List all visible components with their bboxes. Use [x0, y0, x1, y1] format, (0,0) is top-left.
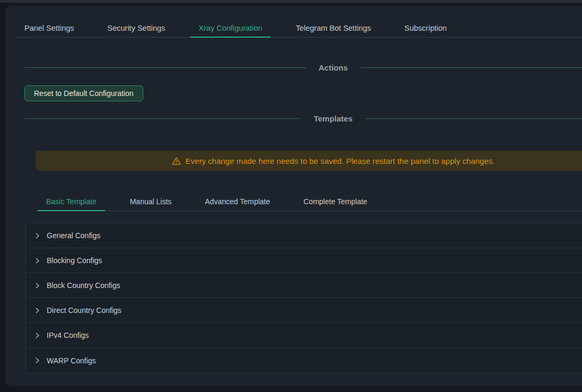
tab-basic-template[interactable]: Basic Template: [38, 186, 105, 211]
tab-manual-lists[interactable]: Manual Lists: [121, 186, 180, 211]
actions-divider-label: Actions: [319, 63, 348, 72]
tab-telegram-bot-settings[interactable]: Telegram Bot Settings: [287, 12, 379, 37]
collapse-item-label: Direct Country Configs: [47, 306, 121, 315]
collapse-item-label: Blocking Configs: [47, 256, 102, 265]
divider-line: [24, 67, 306, 68]
tab-xray-configuration[interactable]: Xray Configuration: [190, 12, 271, 37]
chevron-right-icon: [34, 233, 40, 239]
divider-line: [361, 67, 582, 68]
chevron-right-icon: [34, 358, 40, 363]
warning-text: Every change made here needs to be saved…: [186, 156, 495, 165]
templates-divider: Templates: [24, 112, 582, 124]
collapse-item-block-country-configs[interactable]: Block Country Configs: [26, 273, 582, 298]
warning-icon: [172, 157, 181, 165]
collapse-item-general-configs[interactable]: General Configs: [26, 223, 582, 248]
settings-card: Panel Settings Security Settings Xray Co…: [5, 6, 582, 386]
tab-panel-settings[interactable]: Panel Settings: [16, 12, 83, 37]
tab-complete-template[interactable]: Complete Template: [295, 186, 376, 211]
chevron-right-icon: [34, 258, 40, 264]
collapse-item-direct-country-configs[interactable]: Direct Country Configs: [26, 298, 582, 323]
top-navbar-edge: [0, 0, 582, 3]
divider-line: [366, 118, 582, 119]
collapse-item-label: IPv4 Configs: [47, 331, 89, 339]
collapse-item-label: WARP Configs: [47, 356, 96, 365]
warning-alert: Every change made here needs to be saved…: [36, 151, 582, 171]
tab-subscription[interactable]: Subscription: [396, 12, 455, 37]
reset-to-default-button[interactable]: Reset to Default Configuration: [24, 85, 143, 101]
chevron-right-icon: [34, 333, 40, 338]
actions-divider: Actions: [24, 62, 582, 73]
collapse-item-label: Block Country Configs: [47, 281, 120, 290]
main-tabs: Panel Settings Security Settings Xray Co…: [16, 13, 582, 38]
collapse-item-ipv4-configs[interactable]: IPv4 Configs: [26, 323, 582, 348]
divider-line: [24, 118, 301, 119]
tab-security-settings[interactable]: Security Settings: [99, 12, 174, 37]
config-collapse: General Configs Blocking Configs Block C…: [25, 223, 582, 373]
collapse-item-blocking-configs[interactable]: Blocking Configs: [26, 248, 582, 273]
collapse-item-warp-configs[interactable]: WARP Configs: [26, 348, 582, 373]
template-tabs: Basic Template Manual Lists Advanced Tem…: [38, 186, 582, 211]
chevron-right-icon: [34, 308, 40, 313]
chevron-right-icon: [34, 283, 40, 289]
tab-advanced-template[interactable]: Advanced Template: [196, 186, 279, 211]
collapse-item-label: General Configs: [47, 231, 100, 240]
templates-divider-label: Templates: [314, 114, 352, 123]
